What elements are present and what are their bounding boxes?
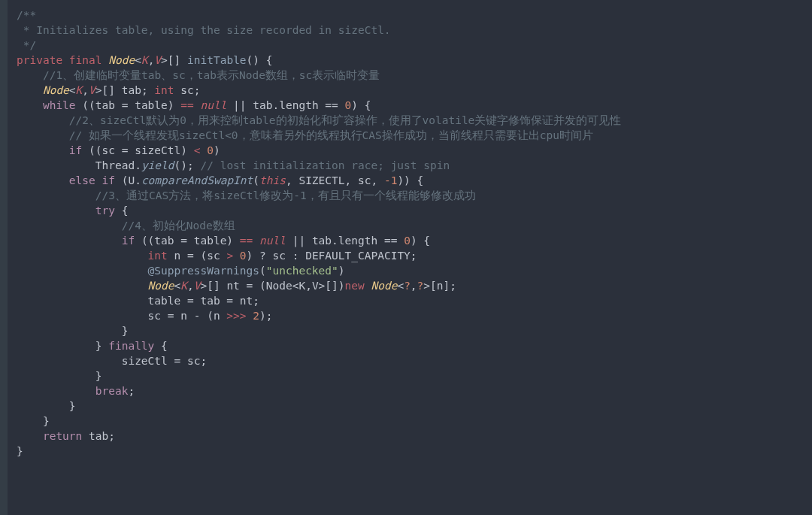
code-line: table = tab = nt; [17,295,259,307]
kw-break: break [95,385,129,397]
code-line: //1、创建临时变量tab、sc，tab表示Node数组，sc表示临时变量 [17,69,380,81]
code-line: //2、sizeCtl默认为0，用来控制table的初始化和扩容操作，使用了vo… [17,114,621,126]
kw-return: return [43,430,82,442]
code-editor[interactable]: /** * Initializes table, using the size … [0,0,812,466]
code-line: //3、通过CAS方法，将sizeCtl修改为-1，有且只有一个线程能够修改成功 [17,189,476,201]
code-line: } [17,445,23,457]
code-line: sizeCtl = sc; [17,355,207,367]
code-line: } [17,400,76,412]
code-line: //4、初始化Node数组 [17,220,235,232]
kw-final: final [69,54,102,66]
kw-try: try [95,204,115,217]
code-line: /** [17,9,36,21]
code-line: */ [17,39,36,51]
editor-gutter [0,0,8,515]
code-line: } [17,370,102,382]
kw-private: private [17,54,62,66]
type-node: Node [108,54,135,66]
code-line: * Initializes table, using the size reco… [17,24,391,36]
kw-finally: finally [108,340,154,352]
code-line: } [17,415,50,427]
method-name: initTable [187,54,247,66]
code-line: // 如果一个线程发现sizeCtl<0，意味着另外的线程执行CAS操作成功，当… [17,129,593,141]
kw-while: while [43,99,76,111]
code-line: } [17,325,128,337]
kw-if: if [69,144,82,156]
kw-elseif: else if [69,174,115,186]
